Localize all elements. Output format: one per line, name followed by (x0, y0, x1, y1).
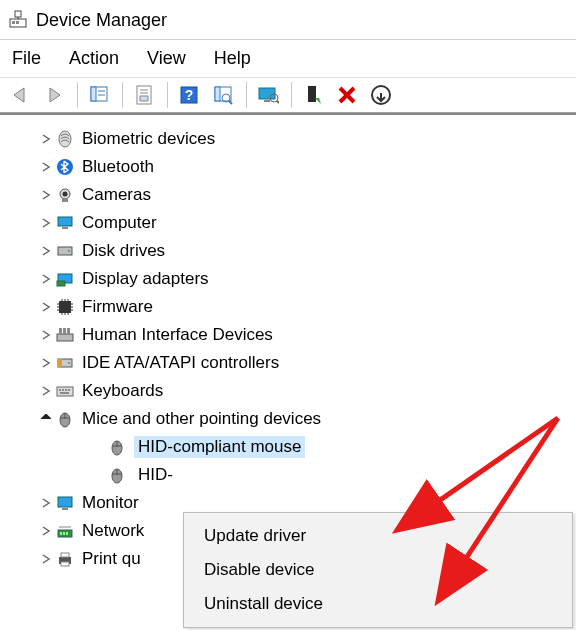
svg-line-18 (229, 101, 232, 104)
add-hardware-icon (302, 84, 324, 106)
svg-point-35 (68, 250, 70, 252)
back-button[interactable] (4, 79, 36, 111)
svg-rect-37 (57, 281, 65, 286)
tree-item[interactable]: HID- (12, 461, 576, 489)
tree-item[interactable]: Biometric devices (12, 125, 576, 153)
svg-rect-62 (68, 389, 70, 391)
svg-rect-2 (16, 21, 19, 24)
remove-icon (336, 84, 358, 106)
chevron-right-icon[interactable] (38, 498, 54, 508)
tree-item[interactable]: Cameras (12, 181, 576, 209)
toolbar-separator (77, 82, 78, 108)
tree-item-label: Mice and other pointing devices (82, 409, 321, 429)
svg-rect-16 (215, 87, 220, 101)
tree-item[interactable]: Firmware (12, 293, 576, 321)
tree-item[interactable]: Human Interface Devices (12, 321, 576, 349)
svg-rect-1 (12, 21, 15, 24)
tree-item[interactable]: IDE ATA/ATAPI controllers (12, 349, 576, 377)
tree-item-label: Keyboards (82, 381, 163, 401)
svg-rect-54 (67, 328, 70, 334)
bluetooth-icon (54, 158, 76, 176)
tree-item-label: Human Interface Devices (82, 325, 273, 345)
svg-rect-60 (62, 389, 64, 391)
tree-item[interactable]: Disk drives (12, 237, 576, 265)
help-button[interactable]: ? (173, 79, 205, 111)
svg-rect-58 (57, 387, 73, 396)
device-manager-icon (8, 9, 28, 32)
svg-rect-31 (62, 199, 68, 202)
toolbar-separator (246, 82, 247, 108)
scan-icon (212, 84, 234, 106)
chevron-right-icon[interactable] (38, 358, 54, 368)
menu-action[interactable]: Action (69, 48, 119, 69)
svg-rect-6 (91, 87, 96, 101)
chevron-right-icon[interactable] (38, 190, 54, 200)
chevron-right-icon[interactable] (38, 386, 54, 396)
menu-help[interactable]: Help (214, 48, 251, 69)
context-update-driver[interactable]: Update driver (184, 519, 572, 553)
device-tree[interactable]: Biometric devicesBluetoothCamerasCompute… (0, 121, 576, 573)
forward-button[interactable] (38, 79, 70, 111)
chevron-right-icon[interactable] (38, 302, 54, 312)
disk-icon (54, 242, 76, 260)
tree-item-label: Biometric devices (82, 129, 215, 149)
uninstall-button[interactable] (331, 79, 363, 111)
chevron-right-icon[interactable] (38, 526, 54, 536)
properties-icon (133, 84, 155, 106)
toolbar-divider (0, 113, 576, 115)
svg-line-22 (277, 101, 279, 103)
add-hardware-button[interactable] (297, 79, 329, 111)
chevron-right-icon[interactable] (38, 218, 54, 228)
chevron-right-icon[interactable] (38, 554, 54, 564)
svg-rect-3 (15, 11, 21, 17)
chevron-right-icon[interactable] (38, 162, 54, 172)
camera-icon (54, 186, 76, 204)
svg-rect-23 (308, 86, 316, 102)
chevron-right-icon[interactable] (38, 246, 54, 256)
title-bar: Device Manager (0, 0, 576, 40)
svg-point-57 (68, 362, 70, 364)
update-icon (370, 84, 392, 106)
back-icon (9, 84, 31, 106)
tree-item-label: Network (82, 521, 144, 541)
printer-icon (54, 550, 76, 568)
context-disable-device[interactable]: Disable device (184, 553, 572, 587)
chevron-down-icon[interactable] (38, 414, 54, 424)
help-icon: ? (178, 84, 200, 106)
tree-item[interactable]: Computer (12, 209, 576, 237)
tree-item[interactable]: Display adapters (12, 265, 576, 293)
menu-view[interactable]: View (147, 48, 186, 69)
show-hide-tree-button[interactable] (83, 79, 115, 111)
svg-rect-38 (59, 301, 71, 313)
tree-item-label: Computer (82, 213, 157, 233)
svg-rect-20 (264, 100, 270, 102)
tree-item[interactable]: Mice and other pointing devices (12, 405, 576, 433)
chevron-right-icon[interactable] (38, 274, 54, 284)
properties-button[interactable] (128, 79, 160, 111)
enable-button[interactable] (252, 79, 284, 111)
menu-bar: File Action View Help (0, 40, 576, 77)
svg-rect-56 (58, 359, 62, 367)
svg-rect-76 (60, 532, 62, 535)
monitor-icon (257, 84, 279, 106)
ide-icon (54, 354, 76, 372)
update-driver-button[interactable] (365, 79, 397, 111)
hid-icon (54, 326, 76, 344)
svg-rect-77 (63, 532, 65, 535)
chevron-right-icon[interactable] (38, 330, 54, 340)
tree-item-label: HID-compliant mouse (134, 436, 305, 458)
svg-rect-74 (62, 508, 68, 510)
window-title: Device Manager (36, 10, 167, 31)
tree-item[interactable]: Bluetooth (12, 153, 576, 181)
svg-rect-33 (62, 227, 68, 229)
context-uninstall-device[interactable]: Uninstall device (184, 587, 572, 621)
tree-item[interactable]: Keyboards (12, 377, 576, 405)
scan-hardware-button[interactable] (207, 79, 239, 111)
tree-item-label: Monitor (82, 493, 139, 513)
show-hide-icon (88, 84, 110, 106)
tree-item[interactable]: HID-compliant mouse (12, 433, 576, 461)
menu-file[interactable]: File (12, 48, 41, 69)
svg-rect-32 (58, 217, 72, 226)
svg-rect-81 (61, 553, 69, 557)
chevron-right-icon[interactable] (38, 134, 54, 144)
